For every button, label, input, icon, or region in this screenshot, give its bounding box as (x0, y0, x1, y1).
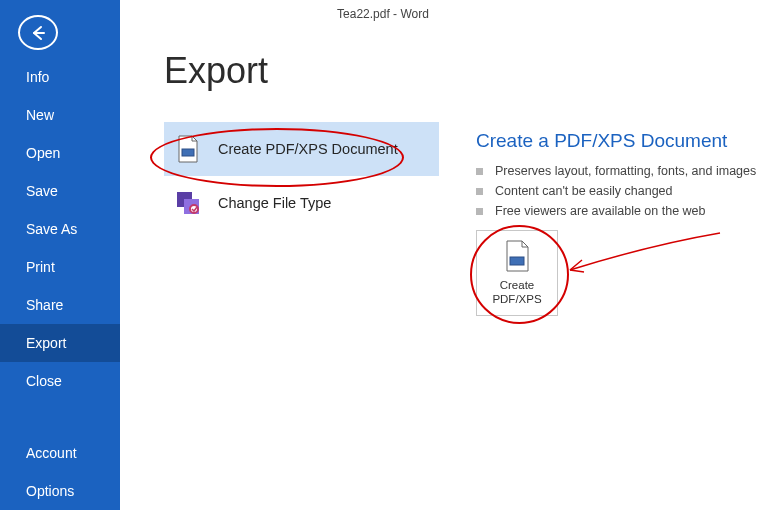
nav-item-info[interactable]: Info (0, 58, 120, 96)
nav-item-print[interactable]: Print (0, 248, 120, 286)
pdf-xps-document-icon (502, 239, 532, 273)
nav-item-options[interactable]: Options (0, 472, 120, 510)
backstage-nav: Info New Open Save Save As Print Share E… (0, 58, 120, 510)
backstage-sidebar: Info New Open Save Save As Print Share E… (0, 0, 120, 510)
pdf-xps-document-icon (174, 135, 202, 163)
create-button-label: Create PDF/XPS (492, 279, 541, 307)
nav-item-account[interactable]: Account (0, 434, 120, 472)
detail-bullet: Free viewers are available on the web (476, 204, 766, 218)
create-pdf-xps-button[interactable]: Create PDF/XPS (476, 230, 558, 316)
bullet-text: Content can't be easily changed (495, 184, 673, 198)
option-change-file-type[interactable]: Change File Type (164, 176, 439, 230)
svg-rect-1 (182, 149, 194, 156)
bullet-icon (476, 188, 483, 195)
detail-bullet: Preserves layout, formatting, fonts, and… (476, 164, 766, 178)
nav-item-save-as[interactable]: Save As (0, 210, 120, 248)
export-detail-panel: Create a PDF/XPS Document Preserves layo… (476, 130, 766, 316)
detail-heading: Create a PDF/XPS Document (476, 130, 766, 152)
detail-bullet: Content can't be easily changed (476, 184, 766, 198)
bullet-text: Free viewers are available on the web (495, 204, 706, 218)
page-title: Export (164, 50, 766, 92)
option-label: Change File Type (218, 195, 331, 211)
nav-item-export[interactable]: Export (0, 324, 120, 362)
change-file-type-icon (174, 190, 202, 216)
export-main-panel: Export Create PDF/XPS Document (120, 0, 766, 510)
option-label: Create PDF/XPS Document (218, 141, 398, 157)
bullet-icon (476, 208, 483, 215)
option-create-pdf-xps[interactable]: Create PDF/XPS Document (164, 122, 439, 176)
nav-item-open[interactable]: Open (0, 134, 120, 172)
nav-item-share[interactable]: Share (0, 286, 120, 324)
nav-item-save[interactable]: Save (0, 172, 120, 210)
bullet-text: Preserves layout, formatting, fonts, and… (495, 164, 756, 178)
svg-rect-5 (510, 257, 524, 265)
nav-item-close[interactable]: Close (0, 362, 120, 400)
export-options-list: Create PDF/XPS Document Change File Type (164, 122, 439, 230)
bullet-icon (476, 168, 483, 175)
nav-item-new[interactable]: New (0, 96, 120, 134)
